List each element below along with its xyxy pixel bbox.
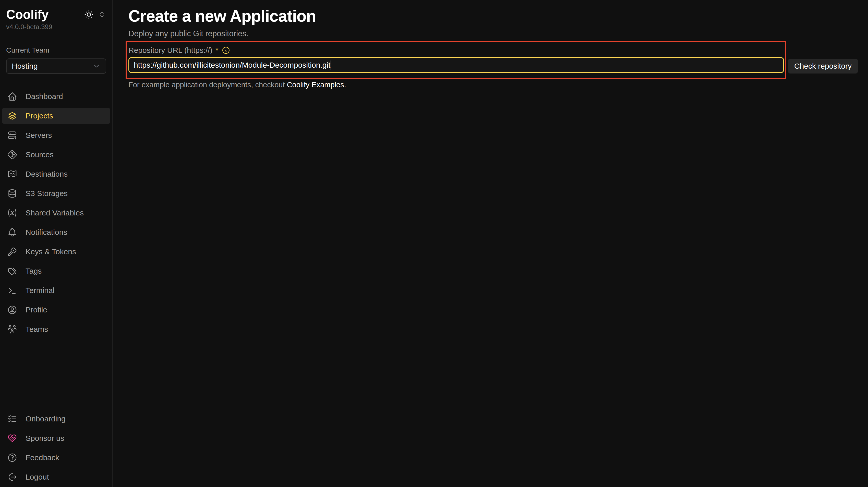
team-selector[interactable]: Hosting [6,59,106,74]
repository-url-label: Repository URL (https://) [128,46,212,55]
helper-prefix: For example application deployments, che… [128,80,287,89]
sidebar-item-dashboard[interactable]: Dashboard [2,89,110,104]
app-version: v4.0.0-beta.399 [6,23,106,31]
sidebar: Coolify v4.0.0-beta.399 Current Team Hos… [0,0,113,487]
sidebar-item-sponsor-us[interactable]: Sponsor us [2,430,110,446]
repository-url-value: https://github.com/illicitestonion/Modul… [134,61,330,69]
sidebar-item-label: Sponsor us [26,434,64,443]
sidebar-item-label: Notifications [26,228,67,237]
coolify-examples-link[interactable]: Coolify Examples [287,80,344,89]
sidebar-item-label: S3 Storages [26,189,68,198]
sidebar-item-terminal[interactable]: Terminal [2,283,110,298]
layers-icon [7,111,18,121]
page-title: Create a new Application [128,7,316,26]
sidebar-item-profile[interactable]: Profile [2,302,110,318]
key-icon [7,247,18,257]
heart-handshake-icon [7,433,18,443]
home-icon [7,91,18,102]
sidebar-item-feedback[interactable]: Feedback [2,450,110,465]
sidebar-item-label: Onboarding [26,415,66,423]
logout-icon [7,472,18,482]
variable-icon [7,208,18,218]
sidebar-item-logout[interactable]: Logout [2,469,110,485]
page-subtitle: Deploy any public Git repositories. [128,29,248,39]
sidebar-item-tags[interactable]: Tags [2,263,110,279]
sidebar-item-label: Feedback [26,453,59,462]
bell-icon [7,227,18,237]
server-bolt-icon [7,130,18,140]
sidebar-item-label: Servers [26,131,52,140]
sidebar-item-projects[interactable]: Projects [2,108,110,124]
helper-text: For example application deployments, che… [128,80,346,89]
help-circle-icon [7,453,18,463]
sidebar-footer-nav: Onboarding Sponsor us Feedback Logout [2,411,110,485]
sidebar-item-servers[interactable]: Servers [2,127,110,143]
team-selector-value: Hosting [12,62,38,70]
sidebar-item-label: Dashboard [26,92,63,101]
repository-url-input[interactable]: https://github.com/illicitestonion/Modul… [128,57,784,73]
sidebar-item-label: Teams [26,325,48,334]
sidebar-collapse-button[interactable] [97,10,106,19]
text-caret [331,61,331,70]
sidebar-item-label: Tags [26,267,41,275]
sidebar-item-label: Destinations [26,170,68,178]
sidebar-item-onboarding[interactable]: Onboarding [2,411,110,427]
checklist-icon [7,414,18,424]
map-x-icon [7,169,18,179]
sidebar-nav: Dashboard Projects Servers Sources Desti… [2,89,110,337]
check-repository-button[interactable]: Check repository [788,59,858,73]
user-circle-icon [7,305,18,315]
users-group-icon [7,324,18,334]
sidebar-item-shared-variables[interactable]: Shared Variables [2,205,110,221]
info-icon[interactable] [222,46,230,55]
app-logo: Coolify [6,7,49,22]
sidebar-item-keys-tokens[interactable]: Keys & Tokens [2,244,110,260]
sidebar-item-label: Sources [26,150,54,159]
git-icon [7,150,18,160]
sidebar-item-notifications[interactable]: Notifications [2,224,110,240]
sidebar-item-label: Keys & Tokens [26,247,76,256]
sidebar-header: Coolify [6,7,106,22]
sun-icon [84,9,94,20]
sidebar-item-sources[interactable]: Sources [2,147,110,163]
theme-toggle-button[interactable] [84,9,94,20]
helper-suffix: . [344,80,346,89]
terminal-icon [7,285,18,296]
required-marker: * [215,46,219,55]
sidebar-item-label: Profile [26,305,47,314]
sidebar-item-label: Terminal [26,286,54,295]
selector-icon [97,10,106,19]
sidebar-item-destinations[interactable]: Destinations [2,166,110,182]
repository-url-label-row: Repository URL (https://) * [128,46,230,55]
sidebar-item-label: Projects [26,111,53,120]
sidebar-item-label: Shared Variables [26,208,84,217]
main-content: Create a new Application Deploy any publ… [113,0,868,487]
sidebar-item-label: Logout [26,473,49,481]
chevron-down-icon [92,62,101,70]
sidebar-item-s3-storages[interactable]: S3 Storages [2,186,110,201]
sidebar-item-teams[interactable]: Teams [2,321,110,337]
database-icon [7,188,18,199]
tags-icon [7,266,18,276]
current-team-label: Current Team [6,46,106,54]
